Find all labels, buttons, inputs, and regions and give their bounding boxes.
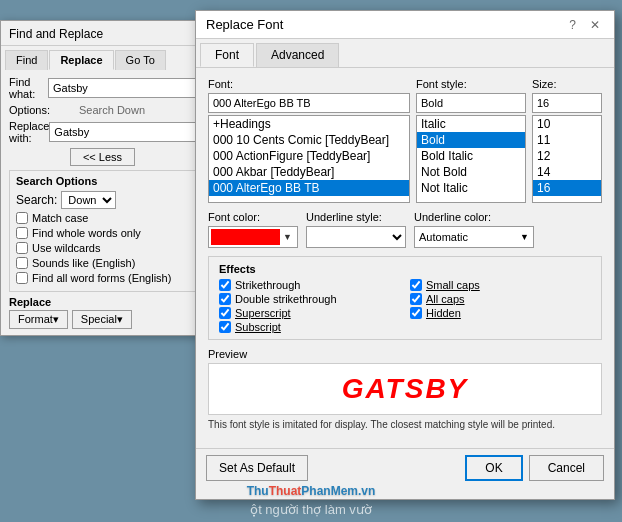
- size-item-2[interactable]: 12: [533, 148, 601, 164]
- replace-input[interactable]: [49, 122, 197, 142]
- style-listbox[interactable]: Italic Bold Bold Italic Not Bold Not Ita…: [416, 115, 526, 203]
- match-case-checkbox[interactable]: [16, 212, 28, 224]
- find-input[interactable]: [48, 78, 196, 98]
- sounds-like-checkbox[interactable]: [16, 257, 28, 269]
- small-caps-label: Small caps: [426, 279, 480, 291]
- sounds-like-label: Sounds like (English): [32, 257, 135, 269]
- font-item-4[interactable]: 000 AlterEgo BB TB: [209, 180, 409, 196]
- tab-find[interactable]: Find: [5, 50, 48, 70]
- options-row: Options: Search Down: [9, 104, 196, 116]
- word-forms-checkbox[interactable]: [16, 272, 28, 284]
- options-label: Options:: [9, 104, 79, 116]
- replace-buttons: Format▾ Special▾: [9, 310, 196, 329]
- style-item-4[interactable]: Not Italic: [417, 180, 525, 196]
- font-color-col: Font color: ▼: [208, 211, 298, 248]
- rf-preview-section: Preview GATSBY This font style is imitat…: [208, 348, 602, 430]
- underline-style-col: Underline style:: [306, 211, 406, 248]
- style-item-3[interactable]: Not Bold: [417, 164, 525, 180]
- style-item-2[interactable]: Bold Italic: [417, 148, 525, 164]
- size-item-0[interactable]: 10: [533, 116, 601, 132]
- font-item-1[interactable]: 000 10 Cents Comic [TeddyBear]: [209, 132, 409, 148]
- effect-subscript: Subscript: [219, 321, 400, 333]
- subscript-checkbox[interactable]: [219, 321, 231, 333]
- close-icon[interactable]: ✕: [586, 18, 604, 32]
- underline-color-value: Automatic: [419, 231, 520, 243]
- less-button-row: << Less: [9, 148, 196, 166]
- font-color-picker[interactable]: ▼: [208, 226, 298, 248]
- size-label: Size:: [532, 78, 602, 90]
- rf-title-icons: ? ✕: [565, 18, 604, 32]
- size-listbox[interactable]: 10 11 12 14 16: [532, 115, 602, 203]
- wildcards-checkbox[interactable]: [16, 242, 28, 254]
- style-input[interactable]: [416, 93, 526, 113]
- size-input[interactable]: [532, 93, 602, 113]
- underline-color-col: Underline color: Automatic ▼: [414, 211, 534, 248]
- special-button[interactable]: Special▾: [72, 310, 132, 329]
- rf-preview-box: GATSBY: [208, 363, 602, 415]
- font-color-label: Font color:: [208, 211, 298, 223]
- find-replace-title: Find and Replace: [9, 27, 103, 41]
- find-row: Find what:: [9, 76, 196, 100]
- tab-goto[interactable]: Go To: [115, 50, 166, 70]
- size-item-1[interactable]: 11: [533, 132, 601, 148]
- search-label: Search:: [16, 193, 57, 207]
- replace-font-dialog: Replace Font ? ✕ Font Advanced Font: +He…: [195, 10, 615, 500]
- font-label: Font:: [208, 78, 410, 90]
- style-column: Font style: Italic Bold Bold Italic Not …: [416, 78, 526, 203]
- ok-button[interactable]: OK: [465, 455, 522, 481]
- search-select[interactable]: Down Up All: [61, 191, 116, 209]
- effect-hidden: Hidden: [410, 307, 591, 319]
- rf-titlebar: Replace Font ? ✕: [196, 11, 614, 39]
- all-caps-checkbox[interactable]: [410, 293, 422, 305]
- small-caps-checkbox[interactable]: [410, 279, 422, 291]
- font-item-3[interactable]: 000 Akbar [TeddyBear]: [209, 164, 409, 180]
- search-options-section: Search Options Search: Down Up All Match…: [9, 170, 196, 292]
- set-default-button[interactable]: Set As Default: [206, 455, 308, 481]
- strikethrough-checkbox[interactable]: [219, 279, 231, 291]
- strikethrough-label: Strikethrough: [235, 279, 300, 291]
- tab-font[interactable]: Font: [200, 43, 254, 67]
- font-column: Font: +Headings 000 10 Cents Comic [Tedd…: [208, 78, 410, 203]
- rf-tabs: Font Advanced: [196, 39, 614, 68]
- underline-style-select[interactable]: [307, 227, 405, 247]
- superscript-checkbox[interactable]: [219, 307, 231, 319]
- effect-all-caps: All caps: [410, 293, 591, 305]
- subscript-label: Subscript: [235, 321, 281, 333]
- wildcards-row: Use wildcards: [16, 242, 189, 254]
- rf-effects-title: Effects: [219, 263, 591, 275]
- double-strikethrough-checkbox[interactable]: [219, 293, 231, 305]
- font-listbox[interactable]: +Headings 000 10 Cents Comic [TeddyBear]…: [208, 115, 410, 203]
- size-item-3[interactable]: 14: [533, 164, 601, 180]
- style-label: Font style:: [416, 78, 526, 90]
- tab-advanced[interactable]: Advanced: [256, 43, 339, 67]
- cancel-button[interactable]: Cancel: [529, 455, 604, 481]
- word-forms-row: Find all word forms (English): [16, 272, 189, 284]
- wildcards-label: Use wildcards: [32, 242, 100, 254]
- style-item-0[interactable]: Italic: [417, 116, 525, 132]
- double-strikethrough-label: Double strikethrough: [235, 293, 337, 305]
- whole-words-checkbox[interactable]: [16, 227, 28, 239]
- rf-preview-note: This font style is imitated for display.…: [208, 419, 602, 430]
- format-button[interactable]: Format▾: [9, 310, 68, 329]
- font-item-0[interactable]: +Headings: [209, 116, 409, 132]
- color-dropdown-arrow[interactable]: ▼: [280, 232, 295, 242]
- underline-color-arrow[interactable]: ▼: [520, 232, 529, 242]
- replace-with-label: Replace with:: [9, 120, 49, 144]
- rf-effects-section: Effects Strikethrough Small caps Double …: [208, 256, 602, 340]
- options-value: Search Down: [79, 104, 145, 116]
- less-button[interactable]: << Less: [70, 148, 135, 166]
- hidden-checkbox[interactable]: [410, 307, 422, 319]
- size-column: Size: 10 11 12 14 16: [532, 78, 602, 203]
- all-caps-label: All caps: [426, 293, 465, 305]
- search-options-title: Search Options: [16, 175, 189, 187]
- font-color-swatch: [211, 229, 280, 245]
- font-item-2[interactable]: 000 ActionFigure [TeddyBear]: [209, 148, 409, 164]
- style-item-1[interactable]: Bold: [417, 132, 525, 148]
- rf-bottom-buttons: Set As Default OK Cancel: [196, 448, 614, 487]
- tab-replace[interactable]: Replace: [49, 50, 113, 70]
- help-icon[interactable]: ?: [565, 18, 580, 32]
- font-input[interactable]: [208, 93, 410, 113]
- whole-words-label: Find whole words only: [32, 227, 141, 239]
- size-item-4[interactable]: 16: [533, 180, 601, 196]
- match-case-row: Match case: [16, 212, 189, 224]
